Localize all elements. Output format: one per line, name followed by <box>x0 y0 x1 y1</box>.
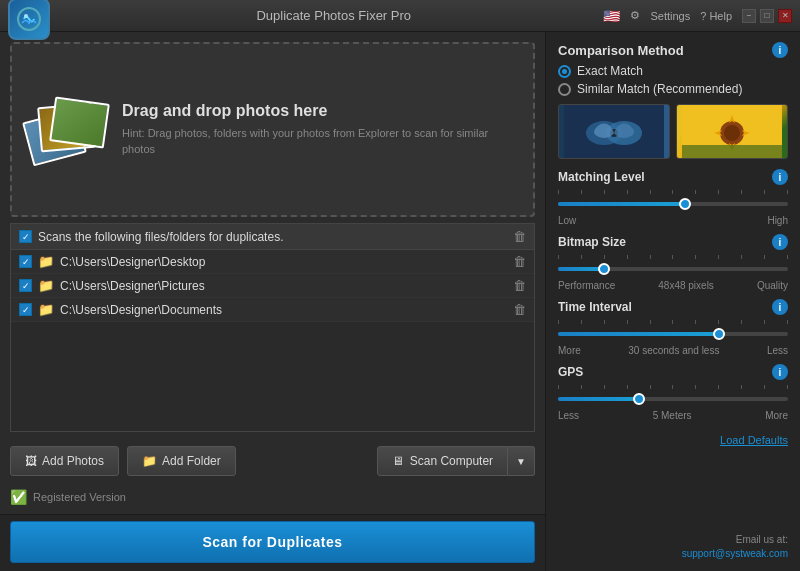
time-interval-labels: More 30 seconds and less Less <box>558 345 788 356</box>
photo-card-3 <box>49 96 110 148</box>
gps-header: GPS i <box>558 364 788 380</box>
svg-point-8 <box>724 125 740 141</box>
load-defaults-link[interactable]: Load Defaults <box>720 434 788 446</box>
file-list-header: ✓ Scans the following files/folders for … <box>11 224 534 250</box>
scan-computer-button[interactable]: 🖥 Scan Computer <box>377 446 508 476</box>
comparison-method-title: Comparison Method <box>558 43 684 58</box>
right-panel: Comparison Method i Exact Match Similar … <box>545 32 800 571</box>
gps-section: GPS i Less 5 Meters More <box>558 364 788 421</box>
folder-icon-2: 📁 <box>38 302 54 317</box>
time-interval-header: Time Interval i <box>558 299 788 315</box>
file-list: ✓ Scans the following files/folders for … <box>10 223 535 432</box>
time-interval-section: Time Interval i More 30 seconds and less… <box>558 299 788 356</box>
bottom-actions: 🖼 Add Photos 📁 Add Folder 🖥 Scan Compute… <box>10 438 535 480</box>
matching-level-high: High <box>767 215 788 226</box>
window-controls: − □ ✕ <box>742 9 792 23</box>
bitmap-size-slider[interactable] <box>558 260 788 278</box>
scan-computer-label: Scan Computer <box>410 454 493 468</box>
header-right-controls: 🇺🇸 ⚙ Settings ? Help − □ ✕ <box>603 8 792 24</box>
comparison-thumbnails <box>558 104 788 159</box>
main-container: Drag and drop photos here Hint: Drag pho… <box>0 32 800 571</box>
thumbnail-sunflower <box>676 104 788 159</box>
monitor-icon: 🖥 <box>392 454 404 468</box>
exact-match-radio[interactable] <box>558 65 571 78</box>
drop-zone[interactable]: Drag and drop photos here Hint: Drag pho… <box>10 42 535 217</box>
bitmap-size-header: Bitmap Size i <box>558 234 788 250</box>
add-photos-label: Add Photos <box>42 454 104 468</box>
title-bar: Duplicate Photos Fixer Pro 🇺🇸 ⚙ Settings… <box>0 0 800 32</box>
file-checkbox-1[interactable]: ✓ <box>19 279 32 292</box>
time-interval-title: Time Interval <box>558 300 632 314</box>
time-center: 30 seconds and less <box>628 345 719 356</box>
scan-computer-arrow[interactable]: ▼ <box>508 446 535 476</box>
add-photos-button[interactable]: 🖼 Add Photos <box>10 446 119 476</box>
registered-label: Registered Version <box>33 491 126 503</box>
file-checkbox-2[interactable]: ✓ <box>19 303 32 316</box>
gps-info-icon[interactable]: i <box>772 364 788 380</box>
gps-labels: Less 5 Meters More <box>558 410 788 421</box>
matching-level-low: Low <box>558 215 576 226</box>
add-folder-icon: 📁 <box>142 454 157 468</box>
svg-point-1 <box>24 14 28 18</box>
settings-icon: ⚙ <box>630 9 640 22</box>
email-link[interactable]: support@systweak.com <box>682 548 788 559</box>
file-path-1: C:\Users\Designer\Pictures <box>60 279 205 293</box>
app-logo-icon <box>16 6 42 32</box>
header-delete-icon[interactable]: 🗑 <box>513 229 526 244</box>
scan-duplicates-button[interactable]: Scan for Duplicates <box>10 521 535 563</box>
maximize-button[interactable]: □ <box>760 9 774 23</box>
matching-level-section: Matching Level i Low High <box>558 169 788 226</box>
exact-match-option[interactable]: Exact Match <box>558 64 788 78</box>
comparison-radio-group: Exact Match Similar Match (Recommended) <box>558 64 788 96</box>
similar-match-option[interactable]: Similar Match (Recommended) <box>558 82 788 96</box>
file-path-0: C:\Users\Designer\Desktop <box>60 255 205 269</box>
drop-zone-text: Drag and drop photos here Hint: Drag pho… <box>122 102 518 157</box>
file-checkbox-0[interactable]: ✓ <box>19 255 32 268</box>
add-folder-button[interactable]: 📁 Add Folder <box>127 446 236 476</box>
file-delete-2[interactable]: 🗑 <box>513 302 526 317</box>
similar-match-radio[interactable] <box>558 83 571 96</box>
bitmap-size-title: Bitmap Size <box>558 235 626 249</box>
help-link[interactable]: ? Help <box>700 10 732 22</box>
matching-level-title: Matching Level <box>558 170 645 184</box>
time-interval-slider[interactable] <box>558 325 788 343</box>
left-panel: Drag and drop photos here Hint: Drag pho… <box>0 32 545 571</box>
matching-level-header: Matching Level i <box>558 169 788 185</box>
window-title: Duplicate Photos Fixer Pro <box>64 8 603 23</box>
add-folder-label: Add Folder <box>162 454 221 468</box>
matching-level-slider[interactable] <box>558 195 788 213</box>
svg-rect-9 <box>682 145 782 159</box>
drop-zone-heading: Drag and drop photos here <box>122 102 518 120</box>
gps-more: More <box>765 410 788 421</box>
scan-computer-dropdown: 🖥 Scan Computer ▼ <box>377 446 535 476</box>
time-more: More <box>558 345 581 356</box>
header-checkbox[interactable]: ✓ <box>19 230 32 243</box>
file-delete-1[interactable]: 🗑 <box>513 278 526 293</box>
file-item-1: ✓ 📁 C:\Users\Designer\Pictures 🗑 <box>11 274 534 298</box>
comparison-method-header: Comparison Method i <box>558 42 788 58</box>
close-button[interactable]: ✕ <box>778 9 792 23</box>
bitmap-size-section: Bitmap Size i Performance 48x48 pixels Q… <box>558 234 788 291</box>
folder-icon-0: 📁 <box>38 254 54 269</box>
similar-match-label: Similar Match (Recommended) <box>577 82 742 96</box>
file-item-2: ✓ 📁 C:\Users\Designer\Documents 🗑 <box>11 298 534 322</box>
load-defaults-section: Load Defaults <box>558 433 788 447</box>
time-interval-info-icon[interactable]: i <box>772 299 788 315</box>
settings-link[interactable]: Settings <box>650 10 690 22</box>
thumbnail-butterfly <box>558 104 670 159</box>
photo-stack <box>27 95 107 165</box>
comparison-info-icon[interactable]: i <box>772 42 788 58</box>
add-photos-icon: 🖼 <box>25 454 37 468</box>
app-icon <box>8 0 50 40</box>
drop-zone-hint: Hint: Drag photos, folders with your pho… <box>122 126 518 157</box>
file-delete-0[interactable]: 🗑 <box>513 254 526 269</box>
matching-level-info-icon[interactable]: i <box>772 169 788 185</box>
status-bar: ✅ Registered Version <box>10 486 535 508</box>
exact-match-label: Exact Match <box>577 64 643 78</box>
bitmap-size-labels: Performance 48x48 pixels Quality <box>558 280 788 291</box>
gps-less: Less <box>558 410 579 421</box>
bitmap-size-info-icon[interactable]: i <box>772 234 788 250</box>
minimize-button[interactable]: − <box>742 9 756 23</box>
time-less: Less <box>767 345 788 356</box>
gps-slider[interactable] <box>558 390 788 408</box>
